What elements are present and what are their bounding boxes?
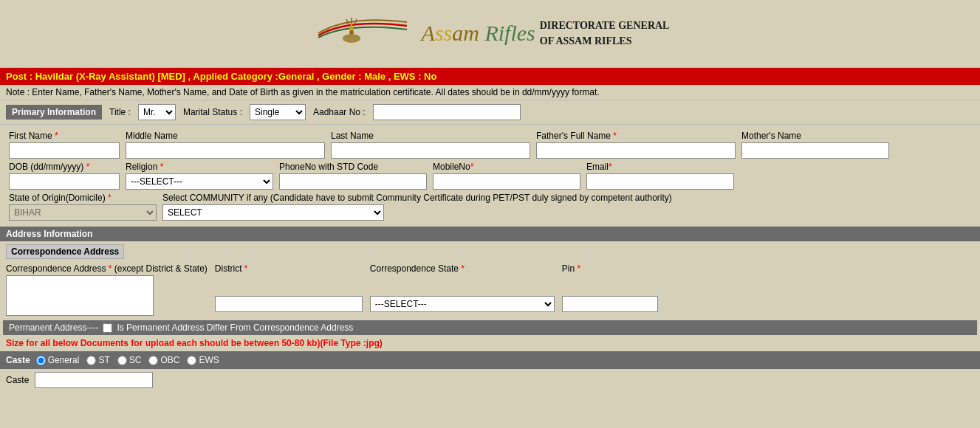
document-note-text: Size for all below Documents for upload … bbox=[6, 338, 383, 348]
correspondence-address-label: Correspondence Address * (except Distric… bbox=[6, 263, 208, 274]
last-name-label: Last Name bbox=[331, 131, 530, 141]
document-note: Size for all below Documents for upload … bbox=[0, 335, 980, 351]
dob-label: DOB (dd/mm/yyyy) * bbox=[9, 162, 120, 172]
caste-sc-label: SC bbox=[129, 355, 142, 365]
middle-name-input[interactable] bbox=[126, 142, 325, 159]
marital-status-label: Marital Status : bbox=[183, 107, 242, 117]
caste-general-label: General bbox=[48, 355, 80, 365]
aadhaar-label: Aadhaar No : bbox=[313, 107, 366, 117]
logo-ribbon-icon bbox=[311, 7, 414, 59]
names-row: First Name * Middle Name Last Name Fathe… bbox=[6, 131, 974, 159]
mothers-name-label: Mother's Name bbox=[741, 131, 889, 141]
correspondence-row: Correspondence Address * (except Distric… bbox=[3, 263, 977, 316]
caste-obc-label: OBC bbox=[160, 355, 179, 365]
middle-name-label: Middle Name bbox=[126, 131, 325, 141]
directorate-text: DIRECTORATE GENERAL OF ASSAM RIFLES bbox=[540, 18, 670, 49]
primary-info-label: Primary Information bbox=[6, 105, 102, 120]
header: Assam Rifles DIRECTORATE GENERAL OF ASSA… bbox=[0, 0, 980, 68]
phone-label: PhoneNo with STD Code bbox=[279, 162, 427, 172]
permanent-address-checkbox-label: Is Permanent Address Differ From Corresp… bbox=[117, 322, 353, 333]
primary-info-row: Primary Information Title : Mr. Mrs. Mis… bbox=[0, 100, 980, 125]
caste-ews-radio[interactable] bbox=[187, 356, 196, 365]
address-section: Correspondence Address Correspondence Ad… bbox=[0, 241, 980, 335]
red-banner-text: Post : Havildar (X-Ray Assistant) [MED] … bbox=[6, 71, 436, 82]
form-area: First Name * Middle Name Last Name Fathe… bbox=[0, 125, 980, 227]
caste-section: Caste General ST SC OBC EWS bbox=[0, 351, 980, 369]
dob-input[interactable] bbox=[9, 173, 120, 190]
first-name-input[interactable] bbox=[9, 142, 120, 159]
phone-field: PhoneNo with STD Code bbox=[279, 162, 427, 190]
district-label: District * bbox=[215, 263, 363, 274]
community-label: Select COMMUNITY if any (Candidate have … bbox=[162, 193, 971, 203]
first-name-label: First Name * bbox=[9, 131, 120, 141]
caste-sc-item[interactable]: SC bbox=[117, 355, 142, 365]
correspondence-address-input[interactable] bbox=[6, 275, 154, 316]
pin-label: Pin * bbox=[562, 263, 658, 274]
correspondence-address-field: Correspondence Address * (except Distric… bbox=[6, 263, 208, 316]
caste-obc-item[interactable]: OBC bbox=[148, 355, 179, 365]
phone-input[interactable] bbox=[279, 173, 427, 190]
dob-row: DOB (dd/mm/yyyy) * Religion * ---SELECT-… bbox=[6, 162, 974, 190]
correspondence-address-bar: Correspondence Address bbox=[3, 241, 977, 260]
title-select[interactable]: Mr. Mrs. Miss Dr. bbox=[138, 104, 176, 120]
caste-st-radio[interactable] bbox=[86, 356, 96, 365]
state-origin-field: State of Origin(Domicile) * BIHAR bbox=[9, 193, 157, 221]
dob-field: DOB (dd/mm/yyyy) * bbox=[9, 162, 120, 190]
address-info-bar: Address Information bbox=[0, 227, 980, 241]
caste-general-radio[interactable] bbox=[36, 356, 46, 365]
caste-st-label: ST bbox=[98, 355, 109, 365]
correspondence-state-label: Correspondence State * bbox=[370, 263, 555, 274]
correspondence-state-select[interactable]: ---SELECT--- bbox=[370, 296, 555, 312]
state-community-row: State of Origin(Domicile) * BIHAR Select… bbox=[6, 193, 974, 221]
correspondence-label: Correspondence Address bbox=[6, 244, 124, 259]
mobile-label: MobileNo* bbox=[433, 162, 580, 172]
email-label: Email* bbox=[586, 162, 734, 172]
email-input[interactable] bbox=[586, 173, 734, 190]
religion-field: Religion * ---SELECT--- Hindu Muslim Chr… bbox=[126, 162, 273, 190]
caste-general-item[interactable]: General bbox=[36, 355, 80, 365]
caste-radio-group: General ST SC OBC EWS bbox=[36, 355, 219, 365]
religion-label: Religion * bbox=[126, 162, 273, 172]
last-name-field: Last Name bbox=[331, 131, 530, 159]
caste-input-label: Caste bbox=[6, 375, 29, 385]
address-section-label: Address Information bbox=[6, 229, 92, 239]
correspondence-state-field: Correspondence State * ---SELECT--- bbox=[370, 263, 555, 312]
note-text: Note : Enter Name, Father's Name, Mother… bbox=[6, 87, 600, 97]
state-origin-select[interactable]: BIHAR bbox=[9, 204, 157, 221]
pin-input[interactable] bbox=[562, 296, 658, 312]
last-name-input[interactable] bbox=[331, 142, 530, 159]
district-input[interactable] bbox=[215, 296, 363, 312]
mobile-input[interactable] bbox=[433, 173, 580, 190]
state-origin-label: State of Origin(Domicile) * bbox=[9, 193, 157, 203]
logo-text: Assam Rifles bbox=[422, 21, 535, 46]
caste-ews-item[interactable]: EWS bbox=[187, 355, 219, 365]
mobile-field: MobileNo* bbox=[433, 162, 580, 190]
caste-ews-label: EWS bbox=[199, 355, 219, 365]
caste-sc-radio[interactable] bbox=[117, 356, 127, 365]
caste-obc-radio[interactable] bbox=[148, 356, 158, 365]
pin-field: Pin * bbox=[562, 263, 658, 312]
middle-name-field: Middle Name bbox=[126, 131, 325, 159]
fathers-name-field: Father's Full Name * bbox=[536, 131, 736, 159]
caste-section-label: Caste bbox=[6, 355, 30, 365]
caste-st-item[interactable]: ST bbox=[86, 355, 109, 365]
title-label: Title : bbox=[109, 107, 131, 117]
religion-select[interactable]: ---SELECT--- Hindu Muslim Christian Sikh… bbox=[126, 173, 273, 190]
mothers-name-field: Mother's Name bbox=[741, 131, 889, 159]
marital-status-select[interactable]: Single Married Divorced Widowed bbox=[250, 104, 306, 120]
caste-input-row: Caste bbox=[0, 369, 980, 391]
permanent-address-bar: Permanent Address---- Is Permanent Addre… bbox=[3, 320, 977, 335]
community-field: Select COMMUNITY if any (Candidate have … bbox=[162, 193, 971, 221]
red-banner: Post : Havildar (X-Ray Assistant) [MED] … bbox=[0, 68, 980, 85]
mothers-name-input[interactable] bbox=[741, 142, 889, 159]
caste-text-input[interactable] bbox=[35, 372, 153, 388]
note-bar: Note : Enter Name, Father's Name, Mother… bbox=[0, 85, 980, 100]
aadhaar-input[interactable] bbox=[373, 104, 521, 120]
district-field: District * bbox=[215, 263, 363, 312]
permanent-address-label: Permanent Address---- bbox=[9, 322, 98, 333]
first-name-field: First Name * bbox=[9, 131, 120, 159]
fathers-name-label: Father's Full Name * bbox=[536, 131, 736, 141]
fathers-name-input[interactable] bbox=[536, 142, 736, 159]
permanent-address-checkbox[interactable] bbox=[103, 323, 112, 333]
community-select[interactable]: SELECT General OBC SC ST bbox=[162, 204, 384, 221]
